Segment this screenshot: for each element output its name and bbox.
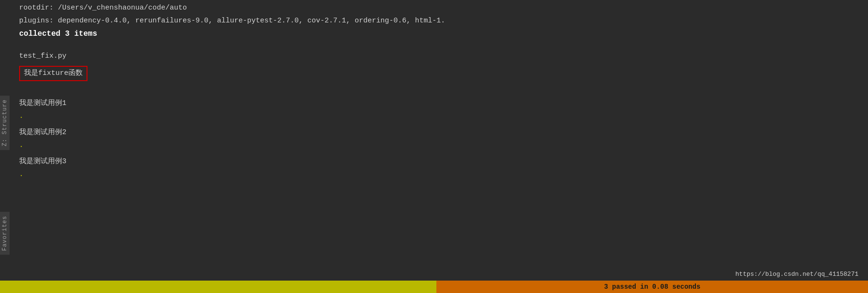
favorites-label-text: Favorites bbox=[1, 216, 8, 251]
csdn-url: https://blog.csdn.net/qq_41158271 bbox=[736, 271, 858, 278]
fixture-line-wrapper: 我是fixture函数 bbox=[19, 65, 858, 83]
empty-line-2 bbox=[19, 84, 858, 94]
dot3-text: . bbox=[19, 170, 23, 178]
testcase1-text: 我是测试用例1 bbox=[19, 99, 66, 107]
dot2-text: . bbox=[19, 141, 23, 149]
structure-label-text: Z: Structure bbox=[1, 99, 8, 146]
testcase2-text: 我是测试用例2 bbox=[19, 128, 66, 136]
bottom-yellow-section bbox=[0, 281, 436, 293]
bottom-passed-section: 3 passed in 0.08 seconds bbox=[436, 281, 868, 293]
favorites-sidebar-label[interactable]: Favorites bbox=[0, 212, 10, 255]
dot2-line: . bbox=[19, 139, 858, 152]
plugins-line: plugins: dependency-0.4.0, rerunfailures… bbox=[19, 15, 858, 28]
structure-sidebar-label[interactable]: Z: Structure bbox=[0, 95, 10, 150]
testcase3-text: 我是测试用例3 bbox=[19, 157, 66, 166]
dot1-line: . bbox=[19, 110, 858, 123]
passed-text: 3 passed in 0.08 seconds bbox=[604, 283, 701, 291]
collected-line: collected 3 items bbox=[19, 27, 858, 41]
rootdir-line: rootdir: /Users/v_chenshaonua/code/auto bbox=[19, 2, 858, 15]
collected-text: collected 3 items bbox=[19, 30, 97, 38]
fixture-line: 我是fixture函数 bbox=[19, 66, 87, 82]
plugins-text: plugins: dependency-0.4.0, rerunfailures… bbox=[19, 17, 445, 25]
rootdir-text: rootdir: /Users/v_chenshaonua/code/auto bbox=[19, 4, 187, 12]
empty-line-1 bbox=[19, 41, 858, 50]
testfile-line: test_fix.py bbox=[19, 50, 858, 63]
testfile-text: test_fix.py bbox=[19, 52, 66, 60]
dot3-line: . bbox=[19, 168, 858, 181]
terminal-window: Z: Structure Favorites rootdir: /Users/v… bbox=[0, 0, 868, 293]
testcase2-line: 我是测试用例2 bbox=[19, 126, 858, 139]
testcase3-line: 我是测试用例3 bbox=[19, 156, 858, 168]
testcase1-line: 我是测试用例1 bbox=[19, 97, 858, 110]
terminal-output: rootdir: /Users/v_chenshaonua/code/auto … bbox=[0, 0, 868, 183]
dot1-text: . bbox=[19, 112, 23, 120]
csdn-url-text: https://blog.csdn.net/qq_41158271 bbox=[736, 271, 858, 278]
bottom-status-bar: 3 passed in 0.08 seconds bbox=[0, 281, 868, 293]
